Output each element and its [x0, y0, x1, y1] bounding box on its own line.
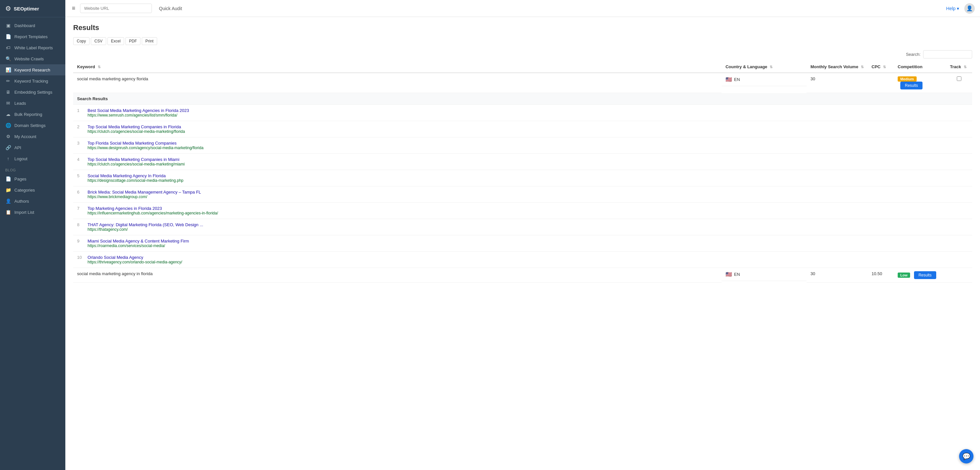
table-header-row: Keyword ⇅ Country & Language ⇅ Monthly S… [73, 61, 972, 73]
website-url-input[interactable] [80, 3, 152, 13]
export-pdf-button[interactable]: PDF [126, 37, 140, 45]
search-results-header-row: Search Results [73, 93, 972, 105]
sidebar-item-keyword-research[interactable]: 📊 Keyword Research [0, 64, 65, 75]
result-title-link[interactable]: Brick Media: Social Media Management Age… [88, 190, 201, 195]
search-label: Search: [906, 52, 921, 57]
country-lang: EN [734, 272, 740, 277]
results-button[interactable]: Results [914, 271, 936, 279]
result-number: 4 [77, 157, 85, 162]
result-content: Social Media Marketing Agency In Florida… [88, 173, 183, 183]
result-item: 1 Best Social Media Marketing Agencies i… [77, 108, 968, 118]
result-url: https://thriveagency.com/orlando-social-… [88, 260, 182, 264]
result-title-link[interactable]: Best Social Media Marketing Agencies in … [88, 108, 189, 113]
sidebar-icon-embedding-settings: 🖥 [5, 89, 11, 95]
sidebar-label-leads: Leads [14, 101, 26, 106]
sidebar-item-categories[interactable]: 📁 Categories [0, 184, 65, 195]
country-cell: 🇺🇸 EN [722, 268, 807, 281]
sidebar-item-white-label-reports[interactable]: 🏷 White Label Reports [0, 42, 65, 53]
export-csv-button[interactable]: CSV [91, 37, 106, 45]
volume-cell: 30 [807, 268, 868, 283]
search-result-item: 8 THAT Agency: Digital Marketing Florida… [73, 219, 972, 235]
result-title-link[interactable]: Social Media Marketing Agency In Florida [88, 173, 183, 178]
result-title-link[interactable]: Top Social Media Marketing Companies in … [88, 157, 185, 162]
sidebar-icon-logout: ↑ [5, 156, 11, 161]
search-result-item: 1 Best Social Media Marketing Agencies i… [73, 105, 972, 121]
sidebar-item-my-account[interactable]: ⚙ My Account [0, 131, 65, 142]
sidebar-icon-report-templates: 📄 [5, 34, 11, 39]
sort-icon-volume[interactable]: ⇅ [861, 65, 864, 69]
result-url: https://designscottage.com/social-media-… [88, 178, 183, 183]
result-title-link[interactable]: Top Marketing Agencies in Florida 2023 [88, 206, 218, 211]
sidebar-icon-categories: 📁 [5, 187, 11, 192]
sidebar-item-authors[interactable]: 👤 Authors [0, 195, 65, 206]
keyword-cell: social media marketing agency in florida [73, 268, 722, 283]
result-url: https://www.semrush.com/agencies/list/sm… [88, 113, 189, 118]
sidebar-item-domain-settings[interactable]: 🌐 Domain Settings [0, 120, 65, 131]
export-excel-button[interactable]: Excel [108, 37, 124, 45]
country-flag: 🇺🇸 [725, 271, 732, 278]
export-print-button[interactable]: Print [142, 37, 157, 45]
table-head: Keyword ⇅ Country & Language ⇅ Monthly S… [73, 61, 972, 73]
sidebar-label-keyword-research: Keyword Research [14, 68, 50, 73]
sort-icon-cpc[interactable]: ⇅ [883, 65, 886, 69]
result-item: 7 Top Marketing Agencies in Florida 2023… [77, 206, 968, 215]
track-checkbox[interactable] [957, 76, 961, 81]
menu-toggle-button[interactable]: ≡ [70, 3, 77, 13]
results-button[interactable]: Results [900, 82, 923, 89]
result-title-link[interactable]: Orlando Social Media Agency [88, 255, 182, 260]
sidebar-icon-leads: ✉ [5, 100, 11, 106]
main-area: ≡ Quick Audit Help ▾ 👤 Results CopyCSVEx… [65, 0, 980, 470]
table-row: social media marketing agency florida 🇺🇸… [73, 73, 972, 93]
result-content: Top Social Media Marketing Companies in … [88, 124, 185, 134]
result-title-link[interactable]: Miami Social Media Agency & Content Mark… [88, 238, 189, 243]
search-result-cell: 4 Top Social Media Marketing Companies i… [73, 154, 972, 170]
blog-section-label: Blog [0, 164, 65, 173]
sidebar-label-my-account: My Account [14, 134, 36, 139]
quick-audit-button[interactable]: Quick Audit [155, 4, 186, 13]
result-number: 8 [77, 222, 85, 227]
search-result-item: 2 Top Social Media Marketing Companies i… [73, 121, 972, 137]
search-result-cell: 1 Best Social Media Marketing Agencies i… [73, 105, 972, 121]
sort-icon[interactable]: ⇅ [98, 65, 100, 69]
table-body: social media marketing agency florida 🇺🇸… [73, 73, 972, 283]
help-button[interactable]: Help ▾ [946, 6, 959, 11]
track-cell [946, 73, 972, 93]
table-row: social media marketing agency in florida… [73, 268, 972, 283]
sidebar-item-pages[interactable]: 📄 Pages [0, 173, 65, 184]
result-content: Brick Media: Social Media Management Age… [88, 190, 201, 199]
sidebar-logo[interactable]: ⚙ SEOptimer [0, 0, 65, 17]
sidebar-item-website-crawls[interactable]: 🔍 Website Crawls [0, 53, 65, 64]
sidebar-item-embedding-settings[interactable]: 🖥 Embedding Settings [0, 86, 65, 98]
result-title-link[interactable]: THAT Agency: Digital Marketing Florida (… [88, 222, 203, 227]
keyword-cell: social media marketing agency florida [73, 73, 722, 93]
sort-icon-country[interactable]: ⇅ [770, 65, 773, 69]
sidebar-item-keyword-tracking[interactable]: ✏ Keyword Tracking [0, 75, 65, 86]
topbar-right: Help ▾ 👤 [946, 3, 975, 14]
results-table: Keyword ⇅ Country & Language ⇅ Monthly S… [73, 61, 972, 283]
sidebar-item-logout[interactable]: ↑ Logout [0, 153, 65, 164]
sidebar-item-bulk-reporting[interactable]: ☁ Bulk Reporting [0, 109, 65, 120]
result-title-link[interactable]: Top Florida Social Media Marketing Compa… [88, 141, 204, 146]
result-content: Top Marketing Agencies in Florida 2023 h… [88, 206, 218, 215]
result-number: 2 [77, 124, 85, 129]
search-result-cell: 7 Top Marketing Agencies in Florida 2023… [73, 203, 972, 219]
user-avatar[interactable]: 👤 [964, 3, 975, 14]
result-item: 2 Top Social Media Marketing Companies i… [77, 124, 968, 134]
sidebar-item-leads[interactable]: ✉ Leads [0, 98, 65, 109]
sidebar-label-white-label-reports: White Label Reports [14, 45, 53, 50]
result-number: 7 [77, 206, 85, 211]
sidebar-icon-my-account: ⚙ [5, 134, 11, 139]
table-search-input[interactable] [923, 50, 972, 59]
sidebar-item-report-templates[interactable]: 📄 Report Templates [0, 31, 65, 42]
result-title-link[interactable]: Top Social Media Marketing Companies in … [88, 124, 185, 129]
result-url: https://thatagency.com/ [88, 227, 203, 232]
sidebar-item-api[interactable]: 🔗 API [0, 142, 65, 153]
col-cpc-header: CPC ⇅ [868, 61, 894, 73]
chat-widget[interactable]: 💬 [959, 449, 974, 464]
sidebar-item-import-list[interactable]: 📋 Import List [0, 206, 65, 218]
export-copy-button[interactable]: Copy [73, 37, 89, 45]
country-lang: EN [734, 77, 740, 82]
sidebar-item-dashboard[interactable]: ▣ Dashboard [0, 20, 65, 31]
sort-icon-track[interactable]: ⇅ [964, 65, 967, 69]
sidebar-icon-white-label-reports: 🏷 [5, 45, 11, 50]
